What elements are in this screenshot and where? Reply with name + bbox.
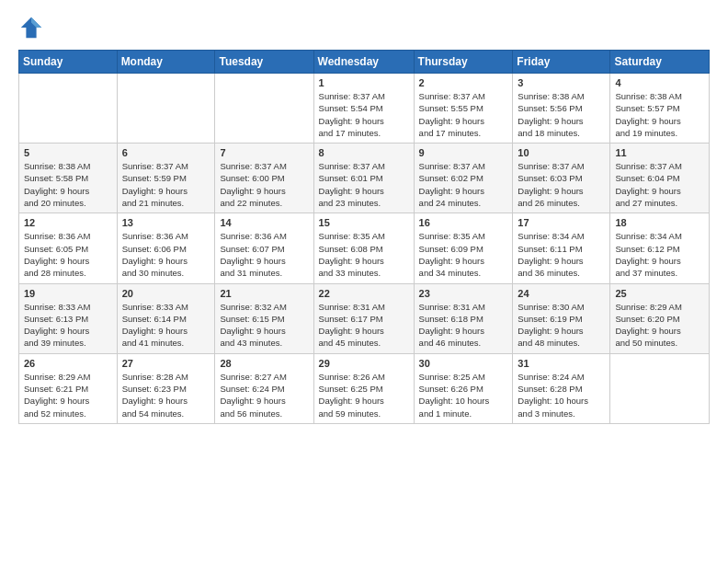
day-info: Sunrise: 8:36 AM Sunset: 6:05 PM Dayligh… — [24, 230, 112, 279]
calendar-day-15: 15Sunrise: 8:35 AM Sunset: 6:08 PM Dayli… — [313, 213, 414, 283]
logo-icon — [18, 15, 44, 40]
day-info: Sunrise: 8:37 AM Sunset: 6:04 PM Dayligh… — [615, 160, 704, 209]
day-info: Sunrise: 8:37 AM Sunset: 5:55 PM Dayligh… — [419, 90, 508, 139]
day-info: Sunrise: 8:35 AM Sunset: 6:09 PM Dayligh… — [419, 230, 508, 279]
day-number: 12 — [24, 217, 112, 228]
calendar-day-21: 21Sunrise: 8:32 AM Sunset: 6:15 PM Dayli… — [215, 283, 313, 353]
day-info: Sunrise: 8:30 AM Sunset: 6:19 PM Dayligh… — [518, 301, 605, 350]
day-info: Sunrise: 8:25 AM Sunset: 6:26 PM Dayligh… — [419, 371, 508, 419]
day-number: 21 — [220, 288, 308, 299]
day-number: 30 — [419, 358, 508, 369]
day-number: 9 — [419, 147, 508, 158]
calendar-day-29: 29Sunrise: 8:26 AM Sunset: 6:25 PM Dayli… — [313, 353, 414, 423]
day-number: 17 — [518, 217, 605, 228]
day-number: 23 — [419, 288, 508, 299]
calendar-day-10: 10Sunrise: 8:37 AM Sunset: 6:03 PM Dayli… — [513, 144, 610, 213]
day-number: 31 — [518, 358, 605, 369]
day-number: 10 — [518, 147, 605, 158]
weekday-header-friday: Friday — [513, 51, 610, 74]
day-info: Sunrise: 8:37 AM Sunset: 6:01 PM Dayligh… — [319, 160, 409, 209]
day-info: Sunrise: 8:38 AM Sunset: 5:58 PM Dayligh… — [24, 160, 112, 209]
day-info: Sunrise: 8:28 AM Sunset: 6:23 PM Dayligh… — [122, 371, 210, 419]
weekday-header-sunday: Sunday — [19, 51, 118, 74]
day-number: 24 — [518, 288, 605, 299]
day-number: 20 — [122, 288, 210, 299]
weekday-header-tuesday: Tuesday — [215, 51, 313, 74]
day-info: Sunrise: 8:26 AM Sunset: 6:25 PM Dayligh… — [319, 371, 409, 419]
day-info: Sunrise: 8:38 AM Sunset: 5:57 PM Dayligh… — [615, 90, 704, 139]
day-info: Sunrise: 8:38 AM Sunset: 5:56 PM Dayligh… — [518, 90, 605, 139]
day-info: Sunrise: 8:36 AM Sunset: 6:07 PM Dayligh… — [220, 230, 308, 279]
day-number: 28 — [220, 358, 308, 369]
calendar-empty-cell — [19, 74, 118, 144]
day-number: 15 — [319, 217, 409, 228]
calendar-header-row: SundayMondayTuesdayWednesdayThursdayFrid… — [19, 51, 710, 74]
day-number: 14 — [220, 217, 308, 228]
logo — [18, 15, 48, 40]
day-number: 1 — [319, 77, 409, 88]
day-number: 5 — [24, 147, 112, 158]
calendar-empty-cell — [610, 353, 710, 423]
day-info: Sunrise: 8:37 AM Sunset: 5:59 PM Dayligh… — [122, 160, 210, 209]
calendar-day-6: 6Sunrise: 8:37 AM Sunset: 5:59 PM Daylig… — [117, 144, 215, 213]
calendar-day-27: 27Sunrise: 8:28 AM Sunset: 6:23 PM Dayli… — [117, 353, 215, 423]
day-number: 26 — [24, 358, 112, 369]
day-number: 11 — [615, 147, 704, 158]
calendar-day-24: 24Sunrise: 8:30 AM Sunset: 6:19 PM Dayli… — [513, 283, 610, 353]
calendar-day-7: 7Sunrise: 8:37 AM Sunset: 6:00 PM Daylig… — [215, 144, 313, 213]
calendar-day-2: 2Sunrise: 8:37 AM Sunset: 5:55 PM Daylig… — [414, 74, 513, 144]
calendar-day-18: 18Sunrise: 8:34 AM Sunset: 6:12 PM Dayli… — [610, 213, 710, 283]
calendar-empty-cell — [215, 74, 313, 144]
calendar-day-22: 22Sunrise: 8:31 AM Sunset: 6:17 PM Dayli… — [313, 283, 414, 353]
calendar-day-14: 14Sunrise: 8:36 AM Sunset: 6:07 PM Dayli… — [215, 213, 313, 283]
day-number: 13 — [122, 217, 210, 228]
calendar-day-16: 16Sunrise: 8:35 AM Sunset: 6:09 PM Dayli… — [414, 213, 513, 283]
day-number: 25 — [615, 288, 704, 299]
day-info: Sunrise: 8:33 AM Sunset: 6:14 PM Dayligh… — [122, 301, 210, 350]
weekday-header-monday: Monday — [117, 51, 215, 74]
day-number: 22 — [319, 288, 409, 299]
calendar-week-row: 12Sunrise: 8:36 AM Sunset: 6:05 PM Dayli… — [19, 213, 710, 283]
day-info: Sunrise: 8:34 AM Sunset: 6:12 PM Dayligh… — [615, 230, 704, 279]
day-number: 27 — [122, 358, 210, 369]
calendar-day-25: 25Sunrise: 8:29 AM Sunset: 6:20 PM Dayli… — [610, 283, 710, 353]
day-info: Sunrise: 8:31 AM Sunset: 6:17 PM Dayligh… — [319, 301, 409, 350]
calendar-week-row: 5Sunrise: 8:38 AM Sunset: 5:58 PM Daylig… — [19, 144, 710, 213]
day-number: 3 — [518, 77, 605, 88]
day-info: Sunrise: 8:32 AM Sunset: 6:15 PM Dayligh… — [220, 301, 308, 350]
calendar-day-8: 8Sunrise: 8:37 AM Sunset: 6:01 PM Daylig… — [313, 144, 414, 213]
day-info: Sunrise: 8:33 AM Sunset: 6:13 PM Dayligh… — [24, 301, 112, 350]
day-info: Sunrise: 8:29 AM Sunset: 6:20 PM Dayligh… — [615, 301, 704, 350]
weekday-header-thursday: Thursday — [414, 51, 513, 74]
calendar-week-row: 1Sunrise: 8:37 AM Sunset: 5:54 PM Daylig… — [19, 74, 710, 144]
weekday-header-wednesday: Wednesday — [313, 51, 414, 74]
calendar-day-31: 31Sunrise: 8:24 AM Sunset: 6:28 PM Dayli… — [513, 353, 610, 423]
day-info: Sunrise: 8:37 AM Sunset: 6:02 PM Dayligh… — [419, 160, 508, 209]
weekday-header-saturday: Saturday — [610, 51, 710, 74]
calendar-day-17: 17Sunrise: 8:34 AM Sunset: 6:11 PM Dayli… — [513, 213, 610, 283]
day-number: 16 — [419, 217, 508, 228]
day-info: Sunrise: 8:31 AM Sunset: 6:18 PM Dayligh… — [419, 301, 508, 350]
day-number: 6 — [122, 147, 210, 158]
day-info: Sunrise: 8:35 AM Sunset: 6:08 PM Dayligh… — [319, 230, 409, 279]
calendar-day-1: 1Sunrise: 8:37 AM Sunset: 5:54 PM Daylig… — [313, 74, 414, 144]
day-info: Sunrise: 8:24 AM Sunset: 6:28 PM Dayligh… — [518, 371, 605, 419]
calendar-week-row: 26Sunrise: 8:29 AM Sunset: 6:21 PM Dayli… — [19, 353, 710, 423]
day-number: 18 — [615, 217, 704, 228]
day-info: Sunrise: 8:36 AM Sunset: 6:06 PM Dayligh… — [122, 230, 210, 279]
calendar-day-19: 19Sunrise: 8:33 AM Sunset: 6:13 PM Dayli… — [19, 283, 118, 353]
day-number: 29 — [319, 358, 409, 369]
day-info: Sunrise: 8:37 AM Sunset: 6:03 PM Dayligh… — [518, 160, 605, 209]
calendar-day-11: 11Sunrise: 8:37 AM Sunset: 6:04 PM Dayli… — [610, 144, 710, 213]
day-number: 8 — [319, 147, 409, 158]
calendar-week-row: 19Sunrise: 8:33 AM Sunset: 6:13 PM Dayli… — [19, 283, 710, 353]
day-info: Sunrise: 8:29 AM Sunset: 6:21 PM Dayligh… — [24, 371, 112, 419]
day-info: Sunrise: 8:34 AM Sunset: 6:11 PM Dayligh… — [518, 230, 605, 279]
calendar-day-28: 28Sunrise: 8:27 AM Sunset: 6:24 PM Dayli… — [215, 353, 313, 423]
calendar-empty-cell — [117, 74, 215, 144]
calendar-day-30: 30Sunrise: 8:25 AM Sunset: 6:26 PM Dayli… — [414, 353, 513, 423]
day-number: 7 — [220, 147, 308, 158]
calendar-day-9: 9Sunrise: 8:37 AM Sunset: 6:02 PM Daylig… — [414, 144, 513, 213]
day-number: 19 — [24, 288, 112, 299]
day-info: Sunrise: 8:37 AM Sunset: 6:00 PM Dayligh… — [220, 160, 308, 209]
